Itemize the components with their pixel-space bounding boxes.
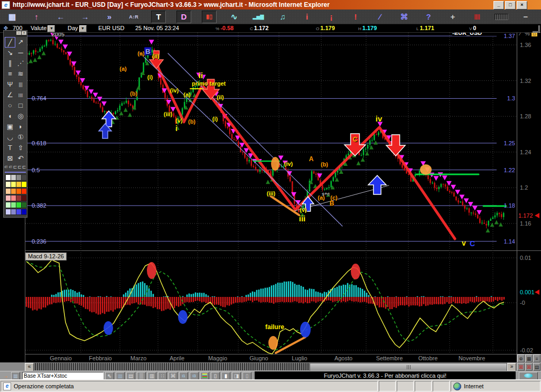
- zoom-out-icon[interactable]: −: [519, 11, 533, 23]
- marker-up-icon[interactable]: ¡: [324, 11, 338, 23]
- month-label-settembre: Settembre: [376, 355, 403, 361]
- line-chart-icon[interactable]: ∿: [227, 11, 241, 23]
- document-icon: e: [3, 382, 11, 390]
- color-swatch-23[interactable]: [21, 209, 27, 215]
- zoom-presets-row[interactable]: ⊂⊂⊏⊏⊏: [4, 164, 27, 170]
- arrow-up-tool[interactable]: ⇧: [15, 143, 26, 153]
- title-bar[interactable]: e http://www.jchart.it - EUR_USD [Day] <…: [0, 0, 541, 10]
- scroll-right-button[interactable]: »: [507, 363, 516, 371]
- image-tool-icon[interactable]: ▦: [116, 372, 125, 380]
- promo-banner[interactable]: FuryoJChart v. 3.66.3 - Per abbonarti cl…: [255, 371, 516, 380]
- marker-down-icon[interactable]: !: [349, 11, 362, 23]
- error-face-icon[interactable]: ☒: [517, 363, 525, 371]
- snapshot-icon[interactable]: ▦: [11, 372, 20, 380]
- error-face2-icon[interactable]: ☒: [525, 363, 533, 371]
- color-swatch-19[interactable]: [21, 202, 27, 208]
- grid-lines-tool[interactable]: ||||: [15, 90, 26, 100]
- scrollbar-track[interactable]: [34, 363, 310, 370]
- multi-hline-tool[interactable]: ≡: [5, 69, 15, 79]
- color-swatch-15[interactable]: [21, 195, 27, 201]
- menu-icon[interactable]: ≡: [533, 354, 540, 362]
- help-icon[interactable]: ?: [422, 11, 435, 23]
- gann-fan-tool[interactable]: ∠: [5, 90, 15, 100]
- color-swatch-7[interactable]: [21, 181, 27, 188]
- magnifier-icon[interactable]: ⊕: [517, 354, 525, 362]
- palette-close-button[interactable]: ×: [22, 31, 26, 35]
- volume-bars-icon[interactable]: ||||: [470, 11, 484, 23]
- minimize-button[interactable]: _: [493, 1, 504, 10]
- number-label-tool[interactable]: ①: [15, 132, 26, 143]
- close-button[interactable]: ×: [517, 1, 527, 10]
- bar-chart-icon[interactable]: ▂▅▇: [251, 11, 265, 23]
- snap-icon[interactable]: ∷: [158, 372, 167, 380]
- rectangle-tool[interactable]: □: [15, 100, 26, 111]
- zoom-in-icon[interactable]: +: [446, 11, 460, 23]
- fib-level-label: 0.618: [32, 140, 46, 146]
- vertical-lines-tool[interactable]: |||: [15, 79, 26, 90]
- ellipse-tool[interactable]: ○: [5, 100, 15, 111]
- pitchfork-tool[interactable]: Ψ: [5, 79, 15, 90]
- lines-grid-icon[interactable]: ▥: [147, 372, 156, 380]
- text-tool-icon[interactable]: T: [151, 11, 166, 23]
- status-indicator-button[interactable]: [519, 372, 538, 380]
- color-swatch-11[interactable]: [21, 188, 27, 194]
- window-title: http://www.jchart.it - EUR_USD [Day] < F…: [13, 1, 330, 8]
- run-arrow-icon[interactable]: →: [2, 372, 10, 379]
- arrow-se-tool[interactable]: ↘: [5, 48, 15, 58]
- filled-rect-tool[interactable]: ▣: [5, 122, 15, 132]
- price-scale-label: 1.32: [520, 78, 531, 84]
- cone-tool[interactable]: ◗: [15, 122, 26, 132]
- draw-tool-icon[interactable]: D: [176, 11, 191, 23]
- resize-grip-icon[interactable]: [533, 25, 540, 33]
- trendline-tool[interactable]: ╱: [5, 37, 15, 48]
- pointer-tool-icon[interactable]: ⇖: [105, 372, 114, 380]
- sort-ar-icon[interactable]: A↕R: [127, 11, 141, 23]
- arrow-ne-tool[interactable]: ↗: [15, 37, 26, 48]
- balloon-tool[interactable]: ◖: [5, 111, 15, 122]
- scrollbar-thumb[interactable]: [310, 363, 507, 371]
- zoom-slider[interactable]: [495, 11, 508, 23]
- panel-a-icon[interactable]: ▯: [211, 372, 220, 380]
- market-select[interactable]: Valute▼: [31, 25, 55, 32]
- printer-icon[interactable]: ▤: [533, 363, 540, 371]
- candlestick-chart-icon[interactable]: ▮▯: [202, 11, 217, 23]
- indicator-i1-icon[interactable]: i1: [179, 372, 188, 380]
- link-icon[interactable]: ⌘: [169, 372, 178, 380]
- pin-icon[interactable]: ∕: [373, 11, 387, 23]
- panel-c-icon[interactable]: ◨: [232, 372, 241, 380]
- fast-forward-icon[interactable]: »: [102, 11, 116, 23]
- chart-canvas[interactable]: [0, 32, 541, 362]
- horizontal-line-tool[interactable]: ─: [15, 48, 26, 58]
- color-swatch-3[interactable]: [21, 174, 27, 181]
- zoom-slider-track[interactable]: [495, 14, 508, 20]
- crosshair-tool[interactable]: ⊠: [5, 153, 15, 164]
- panel-d-icon[interactable]: ▯: [242, 372, 251, 380]
- indicator-i3-icon[interactable]: i3: [190, 372, 199, 380]
- undo-tool[interactable]: ↶: [15, 153, 26, 164]
- dots-grid-icon[interactable]: ▒: [137, 372, 146, 380]
- layers-icon[interactable]: [200, 372, 209, 380]
- panel-b-icon[interactable]: ▮: [221, 372, 230, 380]
- tools-icon[interactable]: ⌘: [397, 11, 411, 23]
- speed-fan-tool[interactable]: ≋: [15, 69, 26, 79]
- palette-minimize-button[interactable]: –: [16, 31, 21, 35]
- chart-window-icon[interactable]: ▦: [5, 11, 19, 23]
- info-icon[interactable]: i: [300, 11, 314, 23]
- period-select[interactable]: Day▼: [68, 25, 87, 32]
- scroll-left-button[interactable]: «: [25, 363, 34, 371]
- study-set-input[interactable]: [22, 372, 104, 379]
- oval-tool[interactable]: ◎: [15, 111, 26, 122]
- palette-title-bar[interactable]: –×: [4, 31, 27, 37]
- parallel-lines-tool[interactable]: ∥: [5, 58, 15, 69]
- fan-lines-tool[interactable]: ⋰: [15, 58, 26, 69]
- macd-indicator-label[interactable]: Macd 9-12-26: [25, 253, 67, 260]
- upload-icon[interactable]: ↑: [30, 11, 43, 23]
- restore-button[interactable]: □: [505, 1, 516, 10]
- grid-icon[interactable]: ▦: [525, 354, 533, 362]
- text-tool[interactable]: T: [5, 143, 15, 153]
- forward-icon[interactable]: →: [78, 11, 92, 23]
- step-chart-icon[interactable]: ♫: [276, 11, 290, 23]
- list-icon[interactable]: ▤: [126, 372, 135, 380]
- back-icon[interactable]: ←: [54, 11, 68, 23]
- arc-tool[interactable]: ◡: [5, 132, 15, 143]
